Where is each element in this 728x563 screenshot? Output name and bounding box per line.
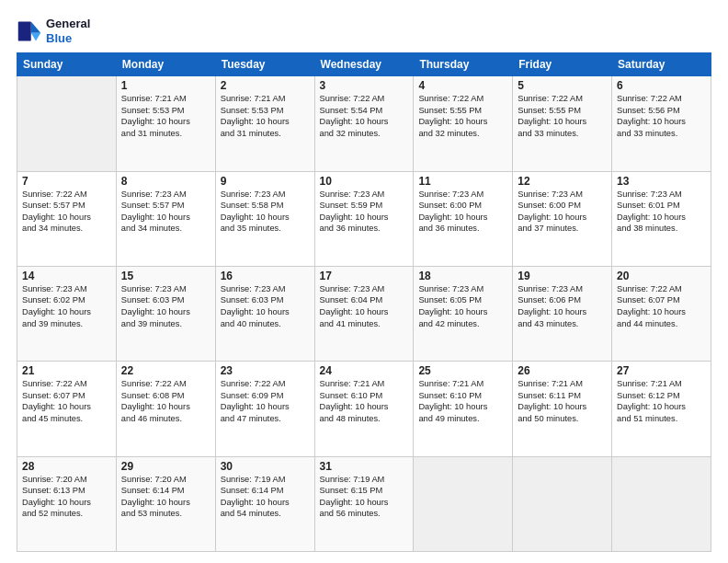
calendar-cell: 15Sunrise: 7:23 AMSunset: 6:03 PMDayligh… bbox=[116, 266, 215, 361]
calendar-cell: 9Sunrise: 7:23 AMSunset: 5:58 PMDaylight… bbox=[215, 171, 314, 266]
day-number: 28 bbox=[22, 460, 111, 473]
day-info: Sunrise: 7:22 AMSunset: 6:07 PMDaylight:… bbox=[22, 378, 111, 424]
day-info: Sunrise: 7:21 AMSunset: 5:53 PMDaylight:… bbox=[221, 93, 310, 139]
day-number: 18 bbox=[418, 270, 507, 282]
day-info: Sunrise: 7:23 AMSunset: 5:57 PMDaylight:… bbox=[121, 189, 210, 235]
day-info: Sunrise: 7:23 AMSunset: 6:06 PMDaylight:… bbox=[518, 283, 607, 329]
day-number: 21 bbox=[22, 364, 111, 377]
day-number: 7 bbox=[22, 175, 111, 188]
calendar-cell: 27Sunrise: 7:21 AMSunset: 6:12 PMDayligh… bbox=[612, 362, 711, 456]
weekday-tuesday: Tuesday bbox=[215, 53, 314, 76]
weekday-wednesday: Wednesday bbox=[314, 53, 414, 76]
day-info: Sunrise: 7:23 AMSunset: 6:04 PMDaylight:… bbox=[320, 283, 409, 329]
day-number: 31 bbox=[320, 460, 409, 473]
weekday-friday: Friday bbox=[513, 53, 612, 76]
calendar-cell: 4Sunrise: 7:22 AMSunset: 5:55 PMDaylight… bbox=[414, 76, 513, 171]
calendar-cell: 30Sunrise: 7:19 AMSunset: 6:14 PMDayligh… bbox=[215, 456, 314, 551]
calendar-cell: 18Sunrise: 7:23 AMSunset: 6:05 PMDayligh… bbox=[414, 266, 513, 361]
day-number: 13 bbox=[617, 175, 706, 188]
day-info: Sunrise: 7:22 AMSunset: 5:57 PMDaylight:… bbox=[22, 189, 111, 235]
day-info: Sunrise: 7:20 AMSunset: 6:14 PMDaylight:… bbox=[121, 474, 210, 520]
day-number: 14 bbox=[22, 270, 111, 282]
day-number: 22 bbox=[121, 364, 210, 377]
day-info: Sunrise: 7:21 AMSunset: 6:12 PMDaylight:… bbox=[617, 378, 706, 424]
day-number: 30 bbox=[221, 460, 310, 473]
day-info: Sunrise: 7:21 AMSunset: 6:10 PMDaylight:… bbox=[418, 378, 507, 424]
day-info: Sunrise: 7:23 AMSunset: 6:00 PMDaylight:… bbox=[418, 189, 507, 235]
calendar-cell bbox=[513, 456, 612, 551]
calendar-cell: 12Sunrise: 7:23 AMSunset: 6:00 PMDayligh… bbox=[513, 171, 612, 266]
calendar-cell: 31Sunrise: 7:19 AMSunset: 6:15 PMDayligh… bbox=[314, 456, 414, 551]
calendar-cell: 25Sunrise: 7:21 AMSunset: 6:10 PMDayligh… bbox=[414, 362, 513, 456]
day-number: 15 bbox=[121, 270, 210, 282]
day-number: 20 bbox=[617, 270, 706, 282]
day-info: Sunrise: 7:22 AMSunset: 5:55 PMDaylight:… bbox=[418, 93, 507, 139]
week-row-3: 14Sunrise: 7:23 AMSunset: 6:02 PMDayligh… bbox=[17, 266, 711, 361]
week-row-4: 21Sunrise: 7:22 AMSunset: 6:07 PMDayligh… bbox=[17, 362, 711, 456]
day-number: 26 bbox=[518, 364, 607, 377]
calendar-cell bbox=[612, 456, 711, 551]
day-number: 27 bbox=[617, 364, 706, 377]
day-info: Sunrise: 7:23 AMSunset: 6:03 PMDaylight:… bbox=[121, 283, 210, 329]
day-info: Sunrise: 7:19 AMSunset: 6:15 PMDaylight:… bbox=[320, 474, 409, 520]
weekday-sunday: Sunday bbox=[17, 53, 117, 76]
day-info: Sunrise: 7:23 AMSunset: 6:02 PMDaylight:… bbox=[22, 283, 111, 329]
day-info: Sunrise: 7:23 AMSunset: 6:05 PMDaylight:… bbox=[418, 283, 507, 329]
day-number: 4 bbox=[418, 79, 507, 92]
day-info: Sunrise: 7:22 AMSunset: 5:55 PMDaylight:… bbox=[518, 93, 607, 139]
calendar-cell bbox=[414, 456, 513, 551]
day-number: 3 bbox=[320, 79, 409, 92]
logo-blue: Blue bbox=[46, 31, 90, 46]
day-info: Sunrise: 7:23 AMSunset: 6:00 PMDaylight:… bbox=[518, 189, 607, 235]
calendar-table: SundayMondayTuesdayWednesdayThursdayFrid… bbox=[17, 52, 711, 552]
day-number: 2 bbox=[221, 79, 310, 92]
day-info: Sunrise: 7:21 AMSunset: 6:11 PMDaylight:… bbox=[518, 378, 607, 424]
day-info: Sunrise: 7:23 AMSunset: 6:01 PMDaylight:… bbox=[617, 189, 706, 235]
day-info: Sunrise: 7:23 AMSunset: 5:59 PMDaylight:… bbox=[320, 189, 409, 235]
calendar-cell: 10Sunrise: 7:23 AMSunset: 5:59 PMDayligh… bbox=[314, 171, 414, 266]
day-info: Sunrise: 7:23 AMSunset: 6:03 PMDaylight:… bbox=[221, 283, 310, 329]
header: General Blue bbox=[17, 17, 711, 45]
calendar-cell: 26Sunrise: 7:21 AMSunset: 6:11 PMDayligh… bbox=[513, 362, 612, 456]
day-info: Sunrise: 7:22 AMSunset: 5:54 PMDaylight:… bbox=[320, 93, 409, 139]
day-info: Sunrise: 7:22 AMSunset: 5:56 PMDaylight:… bbox=[617, 93, 706, 139]
calendar-cell: 17Sunrise: 7:23 AMSunset: 6:04 PMDayligh… bbox=[314, 266, 414, 361]
svg-marker-0 bbox=[31, 21, 41, 32]
week-row-5: 28Sunrise: 7:20 AMSunset: 6:13 PMDayligh… bbox=[17, 456, 711, 551]
day-number: 1 bbox=[121, 79, 210, 92]
calendar-cell: 3Sunrise: 7:22 AMSunset: 5:54 PMDaylight… bbox=[314, 76, 414, 171]
day-number: 8 bbox=[121, 175, 210, 188]
day-info: Sunrise: 7:21 AMSunset: 5:53 PMDaylight:… bbox=[121, 93, 210, 139]
day-number: 23 bbox=[221, 364, 310, 377]
calendar-cell: 7Sunrise: 7:22 AMSunset: 5:57 PMDaylight… bbox=[17, 171, 117, 266]
calendar-cell: 2Sunrise: 7:21 AMSunset: 5:53 PMDaylight… bbox=[215, 76, 314, 171]
calendar-cell: 11Sunrise: 7:23 AMSunset: 6:00 PMDayligh… bbox=[414, 171, 513, 266]
day-number: 25 bbox=[418, 364, 507, 377]
day-number: 10 bbox=[320, 175, 409, 188]
page: General Blue SundayMondayTuesdayWednesda… bbox=[0, 0, 728, 563]
weekday-thursday: Thursday bbox=[414, 53, 513, 76]
logo-text: General Blue bbox=[46, 17, 90, 45]
day-number: 19 bbox=[518, 270, 607, 282]
weekday-saturday: Saturday bbox=[612, 53, 711, 76]
day-info: Sunrise: 7:23 AMSunset: 5:58 PMDaylight:… bbox=[221, 189, 310, 235]
day-info: Sunrise: 7:19 AMSunset: 6:14 PMDaylight:… bbox=[221, 474, 310, 520]
calendar-cell: 20Sunrise: 7:22 AMSunset: 6:07 PMDayligh… bbox=[612, 266, 711, 361]
calendar-cell: 24Sunrise: 7:21 AMSunset: 6:10 PMDayligh… bbox=[314, 362, 414, 456]
calendar-cell: 23Sunrise: 7:22 AMSunset: 6:09 PMDayligh… bbox=[215, 362, 314, 456]
week-row-2: 7Sunrise: 7:22 AMSunset: 5:57 PMDaylight… bbox=[17, 171, 711, 266]
day-info: Sunrise: 7:20 AMSunset: 6:13 PMDaylight:… bbox=[22, 474, 111, 520]
day-number: 12 bbox=[518, 175, 607, 188]
calendar-cell: 14Sunrise: 7:23 AMSunset: 6:02 PMDayligh… bbox=[17, 266, 117, 361]
day-number: 17 bbox=[320, 270, 409, 282]
calendar-cell: 28Sunrise: 7:20 AMSunset: 6:13 PMDayligh… bbox=[17, 456, 117, 551]
day-number: 29 bbox=[121, 460, 210, 473]
weekday-monday: Monday bbox=[116, 53, 215, 76]
day-number: 6 bbox=[617, 79, 706, 92]
calendar-cell: 29Sunrise: 7:20 AMSunset: 6:14 PMDayligh… bbox=[116, 456, 215, 551]
weekday-header-row: SundayMondayTuesdayWednesdayThursdayFrid… bbox=[17, 53, 711, 76]
logo-icon bbox=[17, 18, 42, 44]
calendar-cell: 16Sunrise: 7:23 AMSunset: 6:03 PMDayligh… bbox=[215, 266, 314, 361]
calendar-cell: 6Sunrise: 7:22 AMSunset: 5:56 PMDaylight… bbox=[612, 76, 711, 171]
calendar-cell: 21Sunrise: 7:22 AMSunset: 6:07 PMDayligh… bbox=[17, 362, 117, 456]
